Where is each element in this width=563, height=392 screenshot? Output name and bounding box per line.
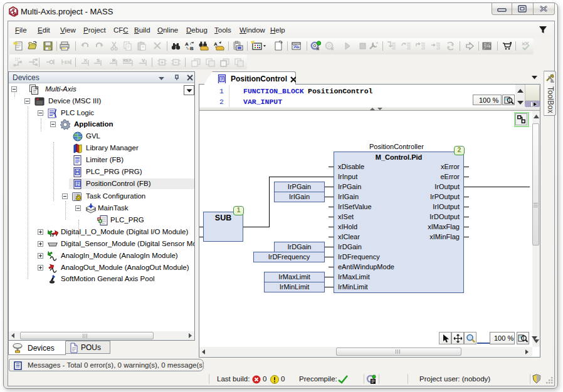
svg-text:EN: EN [65,60,71,64]
svg-text:S: S [97,58,100,63]
svg-text:A: A [214,41,218,47]
svg-text:REF: REF [123,58,132,63]
svg-text:B: B [190,46,194,51]
svg-text:R: R [112,58,116,63]
svg-text:V: V [142,58,145,63]
svg-text:A: A [185,41,189,47]
